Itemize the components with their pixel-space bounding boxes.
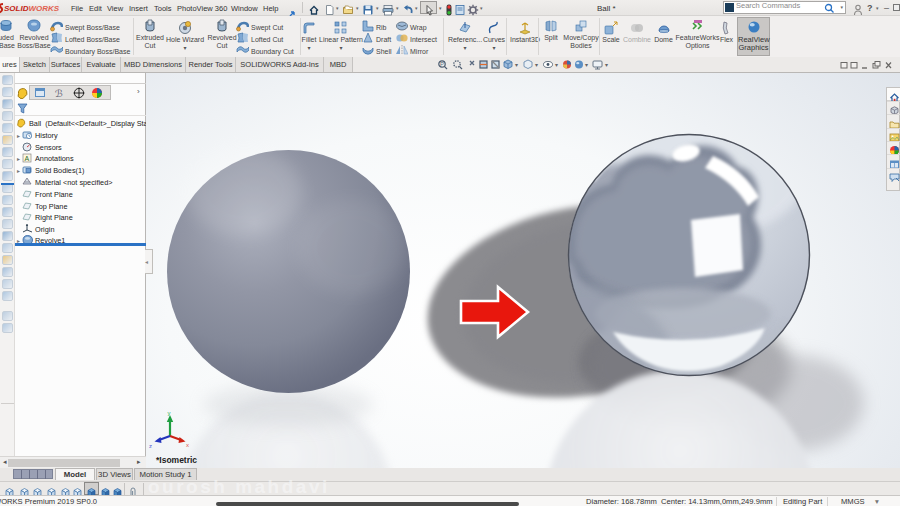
svg-text:x: x bbox=[186, 442, 189, 448]
svg-text:▾: ▾ bbox=[605, 62, 608, 68]
svg-text:▾: ▾ bbox=[515, 62, 518, 68]
svg-text:ℬ: ℬ bbox=[55, 88, 63, 99]
svg-text:▾: ▾ bbox=[535, 62, 538, 68]
svg-text:▾: ▾ bbox=[555, 62, 558, 68]
svg-text:y: y bbox=[168, 410, 171, 416]
svg-text:▾: ▾ bbox=[585, 62, 588, 68]
svg-text:z: z bbox=[149, 443, 152, 449]
svg-text:P: P bbox=[440, 61, 444, 67]
